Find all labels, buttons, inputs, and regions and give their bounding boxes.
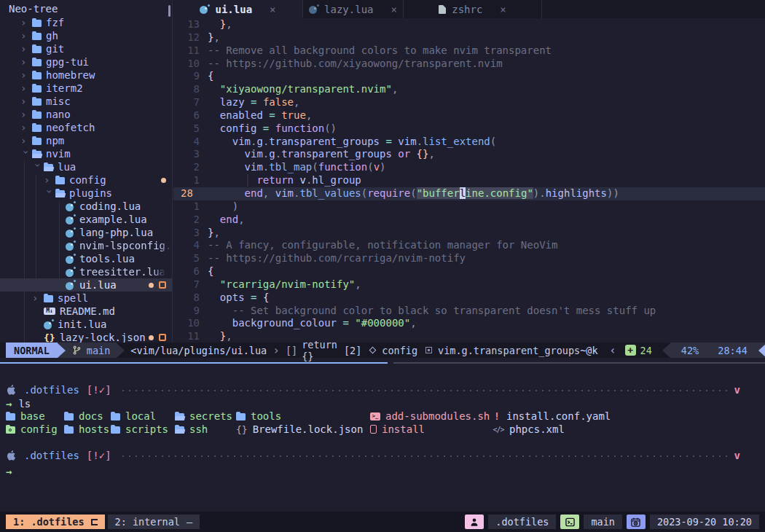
tree-item-config[interactable]: ›config [0,173,172,187]
folder-icon [32,46,42,53]
ls-item-ssh[interactable]: ssh [175,423,232,436]
ls-item-docs[interactable]: docs [64,410,109,423]
ls-item-Brewfile.lock.json[interactable]: {}Brewfile.lock.json [236,423,363,436]
ls-item-hosts[interactable]: hosts [64,423,109,436]
tab-zshrc[interactable]: zshrc× [404,0,542,18]
ls-item-scripts[interactable]: scripts [111,423,168,436]
tree-item-plugins[interactable]: ›plugins [0,187,172,200]
tree-item-homebrew[interactable]: ›homebrew [0,69,172,82]
ls-item-install[interactable]: install [370,423,490,436]
tmux-pane-border[interactable] [0,362,765,364]
tree-item-lang-php.lua[interactable]: lang-php.lua [0,226,172,239]
syntax-token: end [208,214,238,225]
modified-dot-icon [161,178,166,183]
ls-item-label: secrets [189,410,232,422]
tree-item-nvim[interactable]: ›nvim [0,147,172,160]
neotree-sidebar[interactable]: Neo-tree ›fzf›gh›git›gpg-tui›homebrew›it… [0,0,173,343]
tree-item-nvim-lspconfig.[interactable]: nvim-lspconfig. [0,239,172,252]
tree-item-neofetch[interactable]: ›neofetch [0,121,172,134]
ls-item-secrets[interactable]: secrets [175,410,232,423]
tree-item-tools.lua[interactable]: tools.lua [0,252,172,265]
tree-item-label: gpg-tui [46,56,89,68]
powerline-arrow [758,343,765,358]
git-added-icon: + [625,345,636,356]
close-icon[interactable]: × [270,4,275,15]
tree-item-label: init.lua [58,318,106,330]
tree-item-git[interactable]: ›git [0,42,172,55]
syntax-token: hl_group [312,174,361,186]
ls-item-base[interactable]: base [6,410,58,423]
ls-item-phpcs.xml[interactable]: </>phpcs.xml [493,423,611,436]
ls-item-label: phpcs.xml [509,423,565,435]
tab-ui.lua[interactable]: ui.lua× [173,0,303,18]
line-number: 13 [173,18,208,31]
tree-item-ui.lua[interactable]: ui.lua [0,278,172,292]
tree-item-example.lua[interactable]: example.lua [0,213,172,226]
tab-lazy.lua[interactable]: lazy.lua× [303,0,404,18]
syntax-token: "buffer [417,187,460,199]
lua-file-icon [66,254,75,264]
ls-item-label: hosts [79,423,109,435]
syntax-token: = [263,109,281,121]
neotree-scrollbar[interactable] [168,5,170,17]
ls-item-config[interactable]: config [6,423,58,436]
tree-item-gpg-tui[interactable]: ›gpg-tui [0,55,172,69]
syntax-token: . [417,136,423,147]
line-number: 8 [173,292,208,305]
syntax-token: , [410,317,416,329]
open-folder-icon [32,151,42,158]
code-text: "rcarriga/nvim-notify", [208,278,361,292]
syntax-token: highlights [546,187,607,199]
shell-pane[interactable]: .dotfiles[!✓]v → ls baseconfigdocshostsl… [0,364,765,512]
ls-column: localscripts [111,410,168,436]
tree-item-gh[interactable]: ›gh [0,29,172,42]
modified-dot-icon [149,335,154,340]
breadcrumb-item: []return {} [286,339,337,362]
code-line: 9{ [173,70,765,83]
tree-item-init.lua[interactable]: init.lua [0,318,172,331]
tree-item-coding.lua[interactable]: coding.lua [0,200,172,213]
tab-label: lazy.lua [324,4,373,15]
chevron-down-icon: › [20,149,32,161]
tree-item-iterm2[interactable]: ›iterm2 [0,82,172,95]
scroll-percent: 42% [681,345,699,356]
syntax-token: transparent_groups [281,148,392,160]
symbol-field-icon [425,347,432,353]
tree-item-label: iterm2 [46,82,83,94]
lua-file-icon [66,202,75,211]
tmux-window-2-internal[interactable]: 2: internal– [108,515,200,529]
ls-item-add-submodules.sh[interactable]: >_add-submodules.sh [370,410,490,423]
tree-item-treesitter.lua[interactable]: treesitter.lua [0,265,172,278]
tree-item-misc[interactable]: ›misc [0,95,172,108]
code-text: config = function() [208,122,337,136]
code-line: 4-- A fancy, configurable, notification … [173,239,765,252]
close-icon[interactable]: × [391,4,397,15]
syntax-token: │ [208,174,256,186]
prompt-git-status: [!✓] [87,450,111,461]
tree-item-fzf[interactable]: ›fzf [0,16,172,29]
tree-item-nano[interactable]: ›nano [0,108,172,121]
tree-item-spell[interactable]: ›spell [0,292,172,305]
ls-item-tools[interactable]: tools [236,410,363,423]
editor-buffer[interactable]: 13 },12},11-- Remove all background colo… [173,18,765,343]
tree-item-lazy-lock.json[interactable]: {}lazy-lock.json [0,331,172,343]
ls-column: !install.conf.yaml</>phpcs.xml [493,410,611,436]
tree-item-npm[interactable]: ›npm [0,134,172,147]
file-path: <vim/lua/plugins/ui.lua [130,343,267,358]
tree-item-lua[interactable]: ›lua [0,160,172,173]
ls-item-install.conf.yaml[interactable]: !install.conf.yaml [493,410,611,423]
tmux-window-1-dotfiles[interactable]: 1: .dotfiles [6,515,105,529]
tree-item-label: neofetch [46,122,95,133]
folder-icon [32,98,42,106]
close-icon[interactable]: × [500,4,506,15]
line-number: 7 [173,278,208,292]
code-text: { [208,70,213,83]
code-text: ) [208,200,238,214]
chevron-right-icon: › [20,135,32,146]
tree-item-README.md[interactable]: M↓README.md [0,305,172,318]
ls-item-local[interactable]: local [111,410,168,423]
syntax-token: tbl_values [299,187,361,199]
pending-keys: ~@k [580,343,597,358]
line-number: 10 [173,58,208,71]
cursor-line[interactable]: → [0,465,765,478]
